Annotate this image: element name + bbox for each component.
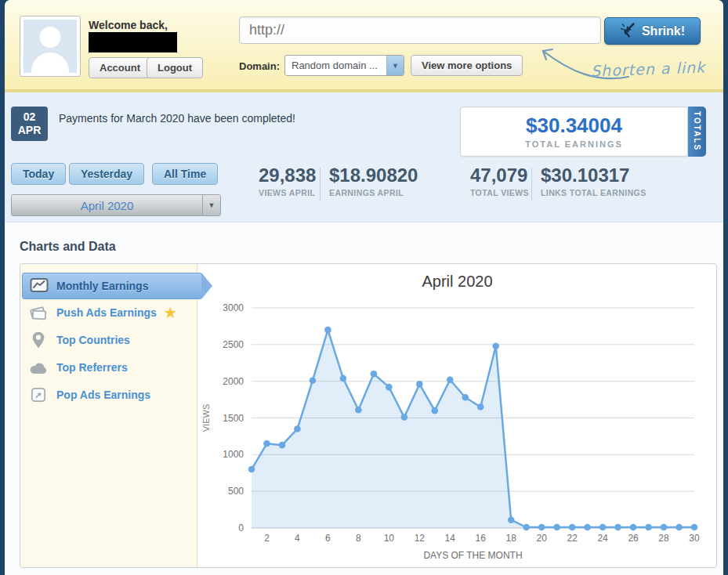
svg-text:10: 10 (384, 533, 395, 544)
svg-text:20: 20 (536, 533, 547, 544)
username-redacted (89, 32, 177, 52)
svg-text:16: 16 (476, 533, 487, 544)
welcome-label: Welcome back, (89, 19, 168, 31)
svg-text:2000: 2000 (223, 376, 244, 387)
total-earnings-box: $30.34004 TOTAL EARNINGS (460, 107, 688, 157)
star-icon: ★ (165, 306, 176, 320)
sidebar-item-label: Monthly Earnings (56, 280, 148, 292)
svg-text:26: 26 (628, 533, 639, 544)
total-earnings-label: TOTAL EARNINGS (461, 139, 687, 149)
divider (531, 168, 532, 201)
svg-text:14: 14 (445, 533, 456, 544)
svg-text:2: 2 (264, 533, 270, 544)
stat-label: EARNINGS APRIL (329, 188, 418, 197)
chevron-down-icon: ▼ (386, 56, 404, 75)
view-more-options-button[interactable]: View more options (411, 55, 523, 76)
svg-text:4: 4 (295, 533, 300, 544)
sidebar-item-label: Top Countries (56, 334, 130, 346)
stat-views-april: 29,838 VIEWS APRIL (259, 165, 316, 197)
svg-text:VIEWS: VIEWS (201, 404, 211, 432)
charts-heading: Charts and Data (20, 240, 116, 254)
sidebar-item-pop-ads-earnings[interactable]: Pop Ads Earnings (28, 382, 190, 407)
svg-text:1000: 1000 (223, 449, 244, 460)
domain-select[interactable]: Random domain ... ▼ (284, 55, 404, 76)
svg-text:3000: 3000 (223, 302, 244, 313)
money-stack-icon (28, 304, 49, 321)
svg-text:0: 0 (238, 523, 244, 533)
account-button[interactable]: Account (89, 57, 151, 78)
month-select-value: April 2020 (12, 199, 202, 212)
avatar (20, 16, 81, 77)
stat-value: 29,838 (259, 165, 316, 186)
stat-label: TOTAL VIEWS (470, 188, 529, 197)
page-content: Welcome back, Account Logout Shrink! (5, 0, 723, 575)
svg-text:1500: 1500 (223, 413, 244, 424)
stat-value: 47,079 (470, 165, 529, 186)
svg-text:DAYS OF THE MONTH: DAYS OF THE MONTH (423, 550, 522, 561)
chevron-down-icon: ▼ (202, 195, 220, 215)
today-button[interactable]: Today (11, 163, 66, 185)
month-select[interactable]: April 2020 ▼ (11, 194, 221, 216)
date-day: 02 (24, 110, 36, 124)
chart-area: April 2020 05001000150020002500300024681… (198, 264, 716, 567)
stat-earnings-april: $18.90820 EARNINGS APRIL (329, 165, 418, 197)
svg-text:500: 500 (228, 486, 244, 497)
divider (320, 168, 321, 201)
shrink-button-label: Shrink! (642, 24, 685, 38)
url-input[interactable] (239, 16, 601, 44)
avatar-placeholder-icon (24, 20, 77, 73)
charts-section: Charts and Data Monthly Earnings (5, 222, 723, 572)
svg-text:8: 8 (356, 533, 361, 544)
stat-label: LINKS TOTAL EARNINGS (541, 188, 647, 197)
map-pin-icon (28, 331, 49, 349)
popup-arrow-icon (28, 387, 49, 403)
header: Welcome back, Account Logout Shrink! (5, 0, 723, 92)
sidebar-item-push-ads-earnings[interactable]: Push Ads Earnings ★ (28, 300, 190, 325)
cloud-icon (28, 361, 49, 374)
svg-text:6: 6 (325, 533, 331, 544)
stat-label: VIEWS APRIL (259, 188, 316, 197)
shrink-arrows-icon (620, 22, 636, 41)
svg-text:12: 12 (415, 533, 426, 544)
shorten-a-link-hint: Shorten a link (591, 58, 706, 79)
sidebar-item-top-referrers[interactable]: Top Referrers (28, 355, 190, 380)
monthly-views-chart: 0500100015002000250030002468101214161820… (198, 264, 717, 567)
sidebar-item-label: Push Ads Earnings (56, 306, 157, 319)
sidebar-item-monthly-earnings[interactable]: Monthly Earnings (22, 273, 202, 299)
domain-label: Domain: (239, 60, 280, 72)
yesterday-button[interactable]: Yesterday (69, 163, 144, 185)
svg-text:2500: 2500 (223, 339, 244, 350)
all-time-button[interactable]: All Time (152, 163, 218, 185)
shrink-button[interactable]: Shrink! (604, 17, 701, 45)
svg-text:30: 30 (689, 533, 700, 544)
sidebar-item-label: Top Referrers (56, 361, 128, 374)
stat-links-total-earnings: $30.10317 LINKS TOTAL EARNINGS (541, 165, 647, 197)
date-month: APR (18, 124, 42, 137)
date-badge: 02 APR (11, 107, 48, 141)
logout-button[interactable]: Logout (147, 57, 203, 78)
payment-notice: Payments for March 2020 have been comple… (59, 112, 295, 125)
domain-select-value: Random domain ... (285, 60, 386, 71)
total-earnings-amount: $30.34004 (461, 114, 687, 138)
summary-section: 02 APR Payments for March 2020 have been… (5, 92, 723, 222)
svg-text:22: 22 (567, 533, 578, 544)
svg-text:18: 18 (506, 533, 517, 544)
charts-panel: Monthly Earnings Push Ads Earnings ★ (20, 263, 717, 568)
svg-text:28: 28 (658, 533, 669, 544)
svg-text:24: 24 (597, 533, 608, 544)
sidebar-item-label: Pop Ads Earnings (56, 389, 150, 401)
line-chart-icon (30, 277, 49, 295)
stat-total-views: 47,079 TOTAL VIEWS (470, 165, 529, 197)
sidebar-item-top-countries[interactable]: Top Countries (28, 327, 190, 353)
totals-tab[interactable]: TOTALS (688, 107, 706, 157)
stat-value: $30.10317 (541, 165, 647, 186)
stat-value: $18.90820 (329, 165, 418, 186)
